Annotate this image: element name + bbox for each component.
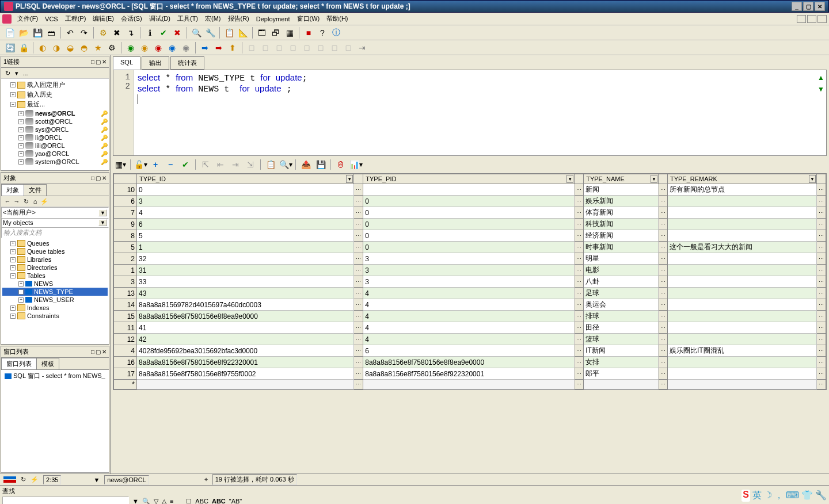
table-row[interactable]: 7 4⋯ 0▼⋯ 体育新闻⋯ ⋯ [114, 207, 826, 219]
table-row[interactable]: 3 33⋯ 3▼⋯ 八卦⋯ ⋯ [114, 276, 826, 288]
ime-moon-icon[interactable]: ☽ [764, 490, 772, 502]
tb2-gear[interactable]: ⚙ [105, 41, 118, 54]
menu-工具(T)[interactable]: 工具(T) [174, 13, 201, 24]
info-button[interactable]: ⓘ [330, 26, 343, 39]
help-button[interactable]: ? [316, 26, 329, 39]
tb2-prev[interactable]: ➡ [212, 41, 225, 54]
column-header[interactable]: TYPE_NAME▼ [584, 174, 659, 184]
panel-close-icon[interactable]: ✕ [102, 59, 107, 65]
beautify-button[interactable]: 📐 [237, 26, 249, 39]
tb2-x8[interactable]: □ [342, 41, 355, 54]
explain-button[interactable]: ℹ [143, 26, 156, 39]
table-row[interactable]: 1 31⋯ 3▼⋯ 电影⋯ ⋯ [114, 265, 826, 276]
tree-table-item[interactable]: +NEWS [2, 280, 108, 288]
obj-tab[interactable]: 文件 [24, 184, 47, 196]
tb2-x1[interactable]: □ [245, 41, 258, 54]
menu-帮助(H)[interactable]: 帮助(H) [323, 13, 351, 24]
search-find-icon[interactable]: 🔍 [142, 498, 150, 505]
obj-tab[interactable]: 对象 [1, 184, 24, 196]
column-header[interactable] [114, 174, 137, 184]
obj-back-icon[interactable]: ← [3, 197, 12, 205]
user-combo[interactable]: <当前用户>▼ [1, 207, 109, 218]
script-button[interactable]: 📋 [223, 26, 235, 39]
sql-editor[interactable]: 12 select * from NEWS_TYPE t for update;… [113, 70, 827, 156]
open-button[interactable]: 📂 [17, 26, 30, 39]
window2-button[interactable]: 🗗 [269, 26, 282, 39]
rollback-button[interactable]: ✖ [171, 26, 184, 39]
tree-table-item[interactable]: +NEWS_TYPE [2, 288, 108, 296]
tb2-x6[interactable]: □ [314, 41, 327, 54]
panel-pin-icon[interactable]: □ [91, 59, 94, 65]
tb2-db5[interactable]: ◉ [180, 41, 192, 54]
tile-button[interactable]: ▦ [283, 26, 296, 39]
conn-filter-icon[interactable]: ▾ [13, 69, 21, 77]
search-highlight-icon[interactable]: ≡ [170, 498, 173, 504]
menu-宏(M)[interactable]: 宏(M) [201, 13, 225, 24]
tb2-filter4[interactable]: ◓ [78, 41, 90, 54]
delete-row-icon[interactable]: − [164, 158, 177, 171]
conn-db-item[interactable]: +news@ORCL🔑 [2, 109, 108, 117]
conn-item[interactable]: −最近... [2, 100, 108, 109]
window1-button[interactable]: 🗔 [256, 26, 268, 39]
new-button[interactable]: 📄 [3, 26, 16, 39]
tb2-db1[interactable]: ◉ [124, 41, 137, 54]
table-row[interactable]: 2 32⋯ 3▼⋯ 明星⋯ ⋯ [114, 253, 826, 265]
tree-item[interactable]: +Indexes [2, 304, 108, 312]
menu-VCS[interactable]: VCS [41, 13, 62, 24]
ime-icon[interactable]: S [741, 490, 750, 502]
sql-tab[interactable]: 输出 [142, 56, 169, 70]
conn-item[interactable]: +输入历史 [2, 90, 108, 100]
panel-close-icon[interactable]: ✕ [102, 349, 107, 355]
menu-报告(R)[interactable]: 报告(R) [225, 13, 253, 24]
next-icon[interactable]: ⇥ [229, 158, 242, 171]
result-grid[interactable]: TYPE_ID▼TYPE_PID▼TYPE_NAME▼TYPE_REMARK▼ … [113, 173, 827, 390]
column-header[interactable]: TYPE_REMARK▼ [667, 174, 816, 184]
ime-tool-icon[interactable]: 🔧 [815, 490, 827, 502]
close-button[interactable]: ✕ [815, 2, 825, 11]
table-row[interactable]: 16 8a8a8a8156e8f7580156e8f922320001⋯ 8a8… [114, 357, 826, 368]
tb2-up[interactable]: ⬆ [226, 41, 239, 54]
maximize-button[interactable]: ▢ [803, 2, 813, 11]
tb2-db2[interactable]: ◉ [138, 41, 151, 54]
tb2-x4[interactable]: □ [287, 41, 299, 54]
winlist-tab[interactable]: 模板 [36, 358, 59, 369]
obj-filter-icon[interactable]: ⚡ [40, 197, 48, 205]
table-row[interactable]: 6 3⋯ 0▼⋯ 娱乐新闻⋯ ⋯ [114, 196, 826, 207]
tb2-filter1[interactable]: ◐ [36, 41, 49, 54]
copy-icon[interactable]: 📋 [264, 158, 277, 171]
conn-db-item[interactable]: +li@ORCL🔑 [2, 133, 108, 142]
tree-table-item[interactable]: +NEWS_USER [2, 296, 108, 304]
tb2-x7[interactable]: □ [328, 41, 341, 54]
table-row[interactable]: 5 1⋯ 0▼⋯ 时事新闻⋯ 这个一般是看习大大的新闻⋯ [114, 242, 826, 253]
obj-fwd-icon[interactable]: → [13, 197, 21, 205]
ime-punct-icon[interactable]: ， [774, 490, 784, 502]
tb2-next[interactable]: ➡ [199, 41, 211, 54]
panel-dock-icon[interactable]: ▢ [96, 349, 101, 355]
tb2-db4[interactable]: ◉ [166, 41, 178, 54]
mdi-close-button[interactable] [817, 15, 827, 23]
nav-down-icon[interactable]: ▼ [817, 85, 824, 93]
db-icon[interactable]: 🛢 [334, 158, 347, 171]
prev-icon[interactable]: ⇤ [214, 158, 227, 171]
tb2-filter2[interactable]: ◑ [50, 41, 63, 54]
search-case-icon[interactable]: ☐ [186, 498, 192, 505]
panel-pin-icon[interactable]: □ [91, 349, 94, 355]
mdi-minimize-button[interactable] [797, 15, 806, 23]
red-button[interactable]: ■ [302, 26, 315, 39]
menu-窗口(W)[interactable]: 窗口(W) [294, 13, 324, 24]
tree-item[interactable]: +Constraints [2, 312, 108, 320]
winlist-item[interactable]: SQL 窗口 - select * from NEWS_ [2, 371, 108, 381]
save-button[interactable]: 💾 [31, 26, 44, 39]
sql-tab[interactable]: SQL [113, 56, 140, 70]
column-header[interactable]: TYPE_PID▼ [363, 174, 575, 184]
table-row[interactable]: 9 6⋯ 0▼⋯ 科技新闻⋯ ⋯ [114, 219, 826, 230]
lock-icon[interactable]: 🔓▾ [134, 158, 147, 171]
tb2-x3[interactable]: □ [273, 41, 286, 54]
panel-dock-icon[interactable]: ▢ [96, 59, 101, 65]
last-icon[interactable]: ⇲ [244, 158, 257, 171]
tb2-star[interactable]: ★ [92, 41, 104, 54]
save-grid-icon[interactable]: 💾 [314, 158, 327, 171]
add-row-icon[interactable]: + [149, 158, 162, 171]
tree-item[interactable]: +Directories [2, 264, 108, 272]
tb2-x2[interactable]: □ [259, 41, 272, 54]
